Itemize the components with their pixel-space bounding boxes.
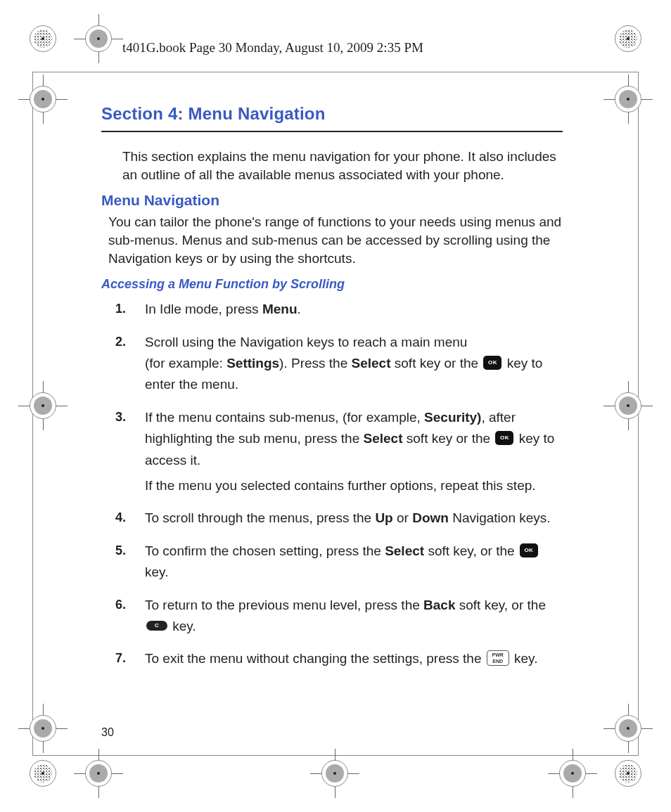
reg-mark [615, 86, 641, 112]
page: t401G.book Page 30 Monday, August 10, 20… [0, 0, 671, 812]
page-number: 30 [101, 726, 114, 739]
text: . [297, 302, 300, 316]
bold: Select [364, 431, 403, 446]
ok-key-icon: OK [483, 356, 501, 370]
reg-mark [30, 392, 56, 419]
reg-mark [559, 760, 586, 787]
reg-mark [321, 760, 348, 787]
step-1: In Idle mode, press Menu. [115, 299, 563, 320]
steps-list: In Idle mode, press Menu. Scroll using t… [115, 299, 563, 669]
crop-mark-top-left [30, 25, 56, 52]
text: To return to the previous menu level, pr… [145, 598, 423, 612]
section-title: Section 4: Menu Navigation [101, 104, 563, 124]
bold: Select [352, 356, 391, 370]
title-rule [101, 131, 563, 132]
crop-mark-bottom-left [30, 760, 56, 787]
heading-accessing-by-scrolling: Accessing a Menu Function by Scrolling [101, 277, 563, 292]
bold: Back [423, 598, 455, 612]
reg-mark [615, 715, 641, 742]
text: key. [172, 619, 196, 633]
reg-mark [30, 86, 56, 112]
intro-text: This section explains the menu navigatio… [122, 148, 563, 183]
bold: Up [375, 510, 392, 525]
ok-key-icon: OK [520, 543, 538, 558]
bold: Security) [424, 410, 481, 425]
text: To exit the menu without changing the se… [145, 651, 485, 666]
running-header: t401G.book Page 30 Monday, August 10, 20… [122, 40, 423, 56]
text: key. [514, 651, 537, 666]
pwr-label: PWR [487, 652, 509, 658]
text: ). Press the [279, 356, 351, 370]
step-7: To exit the menu without changing the se… [115, 648, 563, 669]
step-2: Scroll using the Navigation keys to reac… [115, 332, 563, 396]
bold: Down [412, 510, 449, 525]
reg-mark [85, 25, 112, 52]
reg-mark [85, 760, 112, 787]
text: or [393, 510, 412, 525]
heading-menu-navigation: Menu Navigation [101, 192, 563, 209]
text: To confirm the chosen setting, press the [145, 543, 385, 558]
bold: Settings [226, 356, 279, 370]
text: soft key or the [391, 356, 483, 370]
text: In Idle mode, press [145, 302, 262, 316]
reg-mark [615, 392, 641, 419]
text: soft key or the [403, 431, 494, 446]
text: To scroll through the menus, press the [145, 510, 375, 525]
step-5: To confirm the chosen setting, press the… [115, 541, 563, 584]
bold: Menu [262, 302, 298, 316]
crop-mark-bottom-right [615, 760, 641, 787]
crop-mark-top-right [615, 25, 641, 52]
content: Section 4: Menu Navigation This section … [101, 104, 563, 681]
text: soft key, or the [424, 543, 518, 558]
back-c-key-icon: C [146, 621, 167, 631]
step-3-sub: If the menu you selected contains furthe… [145, 475, 563, 496]
step-4: To scroll through the menus, press the U… [115, 508, 563, 529]
ok-key-icon: OK [495, 431, 513, 445]
text: Navigation keys. [449, 510, 551, 525]
reg-mark [30, 715, 56, 742]
menu-nav-para: You can tailor the phone's range of func… [108, 213, 563, 267]
text: (for example: [145, 356, 226, 370]
step-3: If the menu contains sub-menus, (for exa… [115, 407, 563, 497]
text: Scroll using the Navigation keys to reac… [145, 335, 467, 349]
text: If the menu contains sub-menus, (for exa… [145, 410, 424, 425]
bold: Select [385, 543, 424, 558]
text: soft key, or the [455, 598, 545, 612]
step-6: To return to the previous menu level, pr… [115, 595, 563, 638]
end-label: END [487, 658, 509, 664]
text: key. [145, 565, 168, 579]
pwr-end-key-icon: PWR END [487, 650, 509, 666]
